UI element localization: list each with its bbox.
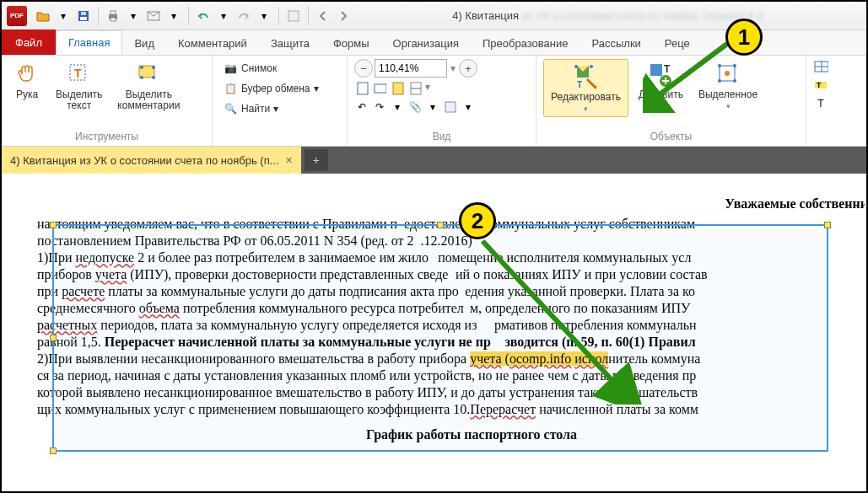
- selection-box[interactable]: [52, 224, 828, 452]
- select-comments-button[interactable]: Выделить комментарии: [112, 59, 185, 113]
- svg-rect-4: [111, 11, 116, 14]
- edit-button[interactable]: T Редактировать ▾: [543, 59, 628, 117]
- svg-point-29: [733, 64, 736, 67]
- page-display-dropdown-icon[interactable]: ▾: [461, 99, 476, 115]
- zoom-dropdown-icon[interactable]: ▾: [449, 62, 457, 74]
- svg-rect-7: [288, 11, 299, 21]
- svg-rect-17: [393, 83, 403, 94]
- svg-point-12: [152, 66, 155, 69]
- svg-text:T: T: [74, 67, 82, 80]
- document-tabs: 4) Квитанция из УК о состоянии счета по …: [2, 147, 866, 174]
- tab-view[interactable]: Вид: [122, 32, 166, 55]
- qat-next-icon[interactable]: [334, 7, 353, 25]
- qat-mail-dropdown-icon[interactable]: ▾: [164, 7, 183, 25]
- new-tab-button[interactable]: +: [305, 149, 328, 171]
- qat-redo-dropdown-icon[interactable]: ▾: [255, 7, 273, 25]
- qat-undo-icon[interactable]: [194, 7, 213, 25]
- page-display-icon[interactable]: [443, 99, 458, 115]
- svg-point-28: [718, 64, 721, 67]
- qat-redo-icon[interactable]: [235, 7, 253, 25]
- svg-point-14: [152, 76, 155, 79]
- actual-size-icon[interactable]: [390, 81, 405, 96]
- qat-print-icon[interactable]: [104, 7, 122, 25]
- svg-rect-15: [358, 83, 368, 94]
- tab-forms[interactable]: Формы: [321, 32, 381, 55]
- fit-page-icon[interactable]: [354, 81, 369, 96]
- tab-main[interactable]: Главная: [56, 30, 122, 55]
- highlight-tool-icon[interactable]: T: [813, 78, 828, 93]
- svg-point-32: [725, 71, 730, 76]
- tab-comment[interactable]: Комментарий: [166, 32, 259, 55]
- tab-organize[interactable]: Организация: [381, 32, 471, 55]
- search-icon: 🔍: [223, 101, 238, 116]
- select-text-icon: T: [66, 61, 93, 88]
- svg-rect-19: [445, 102, 456, 112]
- window-title: 4) Квитанция из УК о состоянии счета по …: [354, 9, 861, 22]
- qat-open-dropdown-icon[interactable]: ▾: [54, 7, 73, 25]
- select-text-button[interactable]: T Выделить текст: [51, 59, 107, 113]
- tab-convert[interactable]: Преобразование: [471, 32, 580, 55]
- tab-file[interactable]: Файл: [2, 29, 56, 55]
- snapshot-button[interactable]: 📷Снимок: [219, 59, 322, 78]
- page-heading: Уважаемые собственники (на: [37, 196, 865, 212]
- table-tool-icon[interactable]: [813, 59, 828, 74]
- qat-undo-dropdown-icon[interactable]: ▾: [214, 7, 233, 25]
- tab-mail[interactable]: Рассылки: [580, 32, 652, 55]
- selected-button[interactable]: Выделенное ▾: [693, 59, 763, 112]
- svg-text:T: T: [664, 63, 671, 75]
- hand-icon: [13, 61, 40, 88]
- add-icon: T: [647, 61, 674, 88]
- badge-2: 2: [459, 202, 496, 239]
- svg-rect-24: [650, 64, 662, 76]
- rotate-left-icon[interactable]: ↶: [354, 99, 369, 115]
- zoom-input[interactable]: [375, 59, 447, 78]
- find-button[interactable]: 🔍Найти ▾: [219, 99, 322, 118]
- hand-button[interactable]: Рука: [8, 59, 46, 102]
- tab-rece[interactable]: Реце: [653, 32, 702, 55]
- app-icon: PDF: [7, 6, 27, 26]
- attach-dropdown-icon[interactable]: ▾: [425, 99, 440, 115]
- page-area[interactable]: Уважаемые собственники (на настоящим уве…: [3, 175, 865, 490]
- svg-rect-16: [375, 84, 386, 93]
- fit-width-icon[interactable]: [372, 81, 387, 96]
- document-tab[interactable]: 4) Квитанция из УК о состоянии счета по …: [2, 147, 301, 174]
- tab-protect[interactable]: Защита: [259, 32, 321, 55]
- fit-visible-icon[interactable]: [407, 81, 423, 96]
- selected-icon: [714, 61, 741, 88]
- svg-point-31: [733, 79, 736, 83]
- qat-save-icon[interactable]: [74, 7, 93, 25]
- svg-rect-1: [80, 17, 87, 20]
- ribbon: Рука T Выделить текст Выделить комментар…: [2, 56, 866, 147]
- group-tools-label: Инструменты: [2, 129, 212, 146]
- text-tool-icon[interactable]: T: [813, 96, 828, 111]
- group-view-label: Вид: [348, 129, 536, 146]
- add-button[interactable]: T Добавить ▾: [633, 59, 688, 112]
- close-tab-icon[interactable]: ×: [286, 153, 293, 167]
- attach-icon[interactable]: 📎: [407, 99, 423, 115]
- svg-point-13: [140, 76, 143, 79]
- svg-point-22: [590, 65, 593, 68]
- svg-point-30: [718, 79, 721, 83]
- rotate-right-icon[interactable]: ↷: [372, 99, 387, 115]
- select-comments-icon: [135, 61, 162, 88]
- rotate-dropdown-icon[interactable]: ▾: [390, 99, 405, 115]
- svg-point-21: [574, 65, 578, 68]
- svg-text:T: T: [577, 80, 582, 89]
- zoom-out-button[interactable]: −: [354, 59, 373, 78]
- svg-rect-5: [111, 18, 116, 21]
- svg-point-11: [140, 66, 143, 69]
- camera-icon: 📷: [223, 61, 238, 76]
- qat-mail-icon[interactable]: [144, 7, 163, 25]
- qat-print-dropdown-icon[interactable]: ▾: [124, 7, 143, 25]
- edit-icon: T: [572, 63, 599, 90]
- clipboard-icon: 📋: [223, 81, 238, 96]
- svg-rect-2: [81, 12, 86, 15]
- qat-direct-icon[interactable]: [284, 7, 303, 25]
- zoom-in-button[interactable]: +: [459, 59, 477, 78]
- clipboard-button[interactable]: 📋Буфер обмена ▾: [219, 79, 322, 98]
- badge-1: 1: [725, 19, 763, 56]
- qat-open-icon[interactable]: [34, 7, 52, 25]
- qat-prev-icon[interactable]: [314, 7, 332, 25]
- document-tab-name: 4) Квитанция из УК о состоянии счета по …: [10, 154, 279, 167]
- group-objects-label: Объекты: [536, 129, 806, 146]
